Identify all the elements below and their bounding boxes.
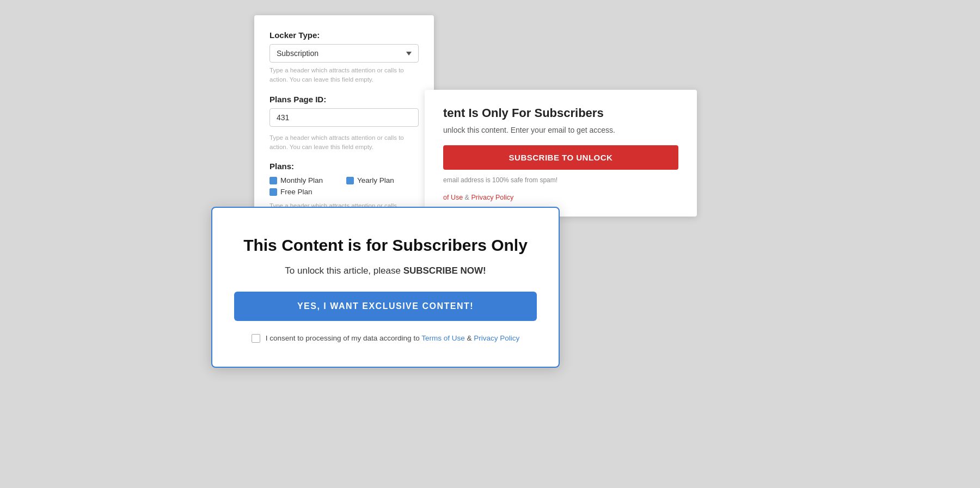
front-card-title: This Content is for Subscribers Only [234,235,537,256]
consent-row: I consent to processing of my data accor… [234,334,537,343]
locker-type-hint: Type a header which attracts attention o… [270,66,419,85]
plan-item-monthly[interactable]: Monthly Plan [270,176,342,184]
plans-page-id-hint: Type a header which attracts attention o… [270,133,419,152]
mid-card-title: tent Is Only For Subscribers [443,106,678,120]
subtitle-prefix: To unlock this article, please [285,265,403,276]
locker-type-select[interactable]: Subscription [270,44,419,63]
front-subscribe-button[interactable]: YES, I WANT EXCLUSIVE CONTENT! [234,292,537,321]
mid-subscriber-card: tent Is Only For Subscribers unlock this… [425,90,697,217]
plans-page-id-label: Plans Page ID: [270,95,419,104]
plan-label-monthly: Monthly Plan [280,176,323,184]
terms-of-use-link[interactable]: Terms of Use [421,334,465,342]
subtitle-cta: SUBSCRIBE NOW! [403,265,486,276]
consent-checkbox[interactable] [252,334,260,343]
plans-label: Plans: [270,162,419,171]
front-card-subtitle: To unlock this article, please SUBSCRIBE… [234,265,537,276]
plan-label-free: Free Plan [280,188,313,196]
plan-checkbox-yearly[interactable] [346,177,354,184]
plan-checkbox-monthly[interactable] [270,177,277,184]
locker-type-label: Locker Type: [270,30,419,40]
plan-item-yearly[interactable]: Yearly Plan [346,176,419,184]
plans-grid: Monthly Plan Yearly Plan Free Plan [270,176,419,196]
mid-terms-line: of Use & Privacy Policy [443,194,678,201]
plan-checkbox-free[interactable] [270,188,277,196]
settings-panel: Locker Type: Subscription Type a header … [254,15,434,221]
consent-text: I consent to processing of my data accor… [266,334,520,342]
mid-card-subtitle: unlock this content. Enter your email to… [443,126,678,134]
front-locker-card: This Content is for Subscribers Only To … [211,207,560,368]
plan-item-free[interactable]: Free Plan [270,188,342,196]
privacy-policy-link[interactable]: Privacy Policy [474,334,519,342]
mid-terms-of-use-link[interactable]: of Use [443,194,463,201]
plan-label-yearly: Yearly Plan [357,176,394,184]
mid-subscribe-button[interactable]: SUBSCRIBE TO UNLOCK [443,145,678,170]
spam-note: email address is 100% safe from spam! [443,176,678,184]
plans-page-id-input[interactable] [270,108,419,127]
mid-privacy-policy-link[interactable]: Privacy Policy [471,194,513,201]
